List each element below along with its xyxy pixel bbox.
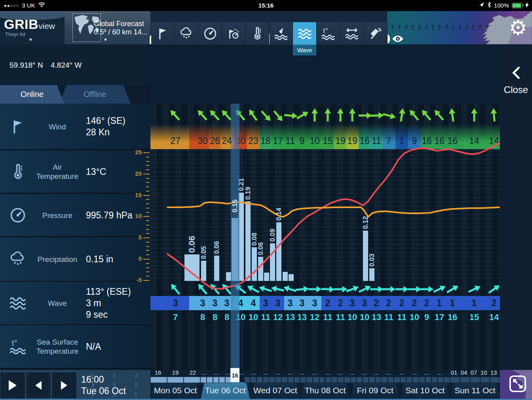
- precip-bar-label: 0.14: [275, 196, 283, 221]
- pressure-line: [167, 143, 499, 289]
- selected-time-column[interactable]: [231, 104, 239, 368]
- gribview-app: ●●○○○ 3 UK 15:16 100% GRIBview Theyr ltd…: [0, 0, 532, 400]
- temperature-line: [167, 202, 499, 217]
- precip-bar-label: 0.06: [188, 220, 196, 253]
- precip-bar-label: 0.19: [244, 175, 253, 200]
- precip-bar-label: 0.06: [213, 229, 221, 254]
- precip-bar-label: 0.06: [256, 231, 265, 255]
- precip-bar-label: 0.09: [268, 217, 277, 242]
- precip-bar-label: 0.05: [200, 235, 208, 259]
- chart-lines: [0, 0, 532, 400]
- selected-time-cell[interactable]: 16: [230, 368, 239, 382]
- precip-bar-label: 0.03: [368, 242, 376, 267]
- selected-precip-label: 0.15: [231, 193, 239, 219]
- precip-bar-label: 0.12: [361, 205, 370, 229]
